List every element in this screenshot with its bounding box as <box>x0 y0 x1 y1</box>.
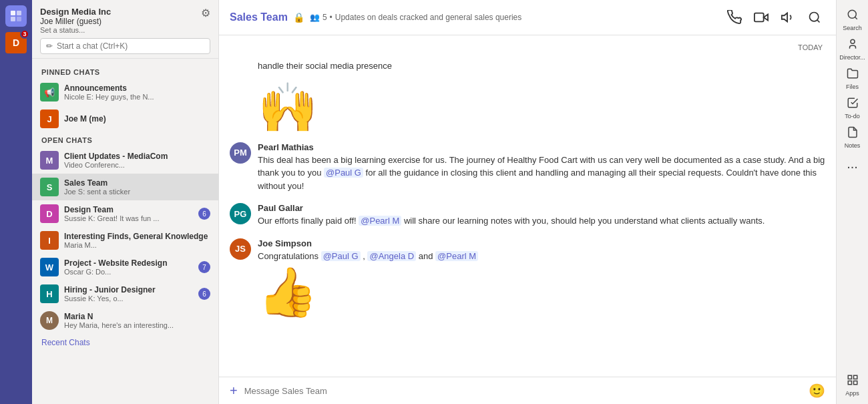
right-files-button[interactable]: Files <box>839 65 866 92</box>
chat-preview-sales-team: Joe S: sent a sticker <box>64 188 210 196</box>
sidebar-content: PINNED CHATS 📢 Announcements Nicole E: H… <box>32 59 218 404</box>
svg-rect-13 <box>853 375 857 379</box>
audio-call-button[interactable] <box>724 7 745 28</box>
chat-avatar-sales-team: S <box>40 178 59 196</box>
chat-item-client-updates[interactable]: M Client Updates - MediaCom Video Confer… <box>32 147 218 174</box>
chat-item-hiring[interactable]: H Hiring - Junior Designer Sussie K: Yes… <box>32 280 218 307</box>
chat-avatar-project-website: W <box>40 258 59 276</box>
right-search-button[interactable]: Search <box>839 7 866 33</box>
mention-pearl-m: @Pearl M <box>359 216 401 226</box>
chat-avatar-interesting-finds: I <box>40 231 59 250</box>
chat-name-joe-me: Joe M (me) <box>64 114 210 124</box>
message-input[interactable] <box>244 386 802 396</box>
video-call-button[interactable] <box>750 7 772 28</box>
svg-rect-15 <box>853 381 857 385</box>
messages-area: TODAY handle their social media presence… <box>219 35 836 377</box>
chat-item-announcements[interactable]: 📢 Announcements Nicole E: Hey guys, the … <box>32 79 218 106</box>
sender-paul-gallar: Paul Gallar <box>258 203 825 213</box>
chat-name-maria-n: Maria N <box>64 312 210 321</box>
message-input-bar: + 🙂 <box>219 377 836 404</box>
svg-rect-12 <box>848 375 851 379</box>
icon-bar: D 3 <box>0 0 32 404</box>
search-button[interactable] <box>804 7 825 28</box>
chat-preview-project-website: Oscar G: Do... <box>64 268 193 276</box>
chat-avatar-client-updates: M <box>40 151 59 170</box>
chat-badge-design-team: 6 <box>198 208 210 220</box>
chat-info-sales-team: Sales Team Joe S: sent a sticker <box>64 178 210 196</box>
svg-rect-5 <box>754 13 764 22</box>
sidebar-header: Design Media Inc Joe Miller (guest) Set … <box>32 0 218 59</box>
right-todo-label: To-do <box>845 114 860 120</box>
member-count: 5 <box>322 13 327 22</box>
right-apps-button[interactable]: Apps <box>839 372 866 399</box>
chat-preview-interesting-finds: Maria M... <box>64 241 210 249</box>
chat-preview-hiring: Sussie K: Yes, o... <box>64 294 193 302</box>
user-status: Set a status... <box>40 26 111 34</box>
chat-info-interesting-finds: Interesting Finds, General Knowledge Mar… <box>64 232 210 249</box>
chat-info-hiring: Hiring - Junior Designer Sussie K: Yes, … <box>64 285 193 302</box>
chat-item-project-website[interactable]: W Project - Website Redesign Oscar G: Do… <box>32 254 218 280</box>
mention-paul-g-2: @Paul G <box>321 251 361 261</box>
right-directory-button[interactable]: Director... <box>839 36 866 63</box>
right-directory-label: Director... <box>839 55 865 61</box>
svg-line-10 <box>855 17 857 19</box>
header-actions <box>724 7 825 28</box>
emoji-button[interactable]: 🙂 <box>809 383 825 399</box>
recent-chats-link[interactable]: Recent Chats <box>32 334 218 351</box>
edit-icon: ✏ <box>46 41 53 51</box>
content-paul-gallar: Paul Gallar Our efforts finally paid off… <box>258 203 825 228</box>
chat-item-design-team[interactable]: D Design Team Sussie K: Great! It was fu… <box>32 200 218 227</box>
chat-item-sales-team[interactable]: S Sales Team Joe S: sent a sticker <box>32 174 218 200</box>
avatar-pearl-mathias: PM <box>230 142 251 164</box>
svg-rect-2 <box>11 17 15 21</box>
chat-description: Updates on deals cracked and general sal… <box>335 13 522 22</box>
right-search-label: Search <box>843 25 862 31</box>
text-paul-gallar: Our efforts finally paid off! @Pearl M w… <box>258 214 825 228</box>
message-pearl-mathias: PM Pearl Mathias This deal has been a bi… <box>230 142 825 193</box>
files-icon <box>847 67 859 83</box>
chat-item-joe-me[interactable]: J Joe M (me) <box>32 106 218 132</box>
sidebar: Design Media Inc Joe Miller (guest) Set … <box>32 0 219 404</box>
search-input[interactable] <box>57 41 204 51</box>
chat-info-announcements: Announcements Nicole E: Hey guys, the N.… <box>64 83 210 101</box>
thumbs-up-sticker: 👍 <box>258 268 825 316</box>
today-label: TODAY <box>230 43 825 51</box>
chat-item-maria-n[interactable]: M Maria N Hey Maria, here's an interesti… <box>32 307 218 334</box>
notification-badge: 3 <box>20 29 29 39</box>
right-notes-button[interactable]: Notes <box>839 124 866 151</box>
chat-avatar-hiring: H <box>40 284 59 303</box>
directory-icon <box>847 38 859 53</box>
chat-name-project-website: Project - Website Redesign <box>64 258 193 268</box>
chat-header: Sales Team 🔒 👥 5 • Updates on deals crac… <box>219 0 836 35</box>
svg-point-9 <box>848 10 856 18</box>
user-avatar-icon[interactable]: D 3 <box>5 32 27 53</box>
more-options-button[interactable]: ··· <box>847 159 858 174</box>
audio-icon[interactable] <box>777 7 799 28</box>
add-attachment-button[interactable]: + <box>230 383 238 399</box>
search-icon <box>847 9 859 24</box>
message-joe-simpson: JS Joe Simpson Congratulations @Paul G ,… <box>230 238 825 317</box>
settings-icon[interactable]: ⚙ <box>201 7 210 19</box>
right-notes-label: Notes <box>845 143 861 149</box>
chat-name-design-team: Design Team <box>64 205 193 214</box>
chat-item-interesting-finds[interactable]: I Interesting Finds, General Knowledge M… <box>32 227 218 254</box>
sender-pearl-mathias: Pearl Mathias <box>258 142 825 152</box>
chat-avatar-design-team: D <box>40 204 59 223</box>
thumbsup-emoji: 👍 <box>258 268 318 316</box>
context-message: handle their social media presence <box>230 59 825 73</box>
apps-icon <box>847 374 859 389</box>
chat-info-design-team: Design Team Sussie K: Great! It was fun … <box>64 205 193 222</box>
svg-rect-14 <box>848 381 851 385</box>
todo-icon <box>847 97 859 112</box>
right-sidebar: Search Director... Files To-do Notes ··· <box>836 0 868 404</box>
app-logo[interactable] <box>5 5 27 27</box>
notes-icon <box>847 126 859 142</box>
search-bar[interactable]: ✏ <box>40 38 210 54</box>
chat-info-client-updates: Client Updates - MediaCom Video Conferen… <box>64 152 210 169</box>
chat-info-joe-me: Joe M (me) <box>64 114 210 124</box>
member-icon: 👥 <box>310 13 320 22</box>
right-files-label: Files <box>846 84 859 90</box>
chat-avatar-announcements: 📢 <box>40 83 59 102</box>
right-todo-button[interactable]: To-do <box>839 95 866 122</box>
chat-preview-maria-n: Hey Maria, here's an interesting... <box>64 321 210 329</box>
